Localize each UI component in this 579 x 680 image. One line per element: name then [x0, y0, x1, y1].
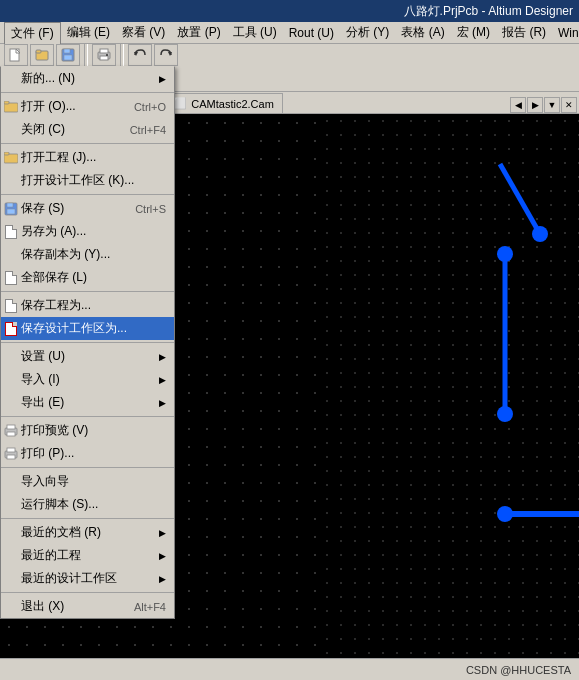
svg-point-22: [497, 506, 513, 522]
menu-open-label: 打开 (O)...: [21, 98, 76, 115]
undo-btn[interactable]: [128, 44, 152, 66]
menu-exit-shortcut: Alt+F4: [134, 601, 166, 613]
menu-open[interactable]: 打开 (O)... Ctrl+O: [1, 95, 174, 118]
menu-save[interactable]: 保存 (S) Ctrl+S: [1, 197, 174, 220]
menu-recent-docs-label: 最近的文档 (R): [21, 524, 101, 541]
sep2: [1, 143, 174, 144]
menu-import-arrow: ▶: [159, 375, 166, 385]
menu-exit-label: 退出 (X): [21, 598, 64, 615]
menu-import-wizard-label: 导入向导: [21, 473, 69, 490]
menu-item-report[interactable]: 报告 (R): [496, 22, 552, 43]
tab-cam[interactable]: ⬜ CAMtastic2.Cam: [164, 93, 283, 113]
menu-save-as-label: 另存为 (A)...: [21, 223, 86, 240]
tab-cam-icon: ⬜: [173, 97, 187, 110]
print-icon: [3, 446, 19, 462]
print-preview-icon: [3, 423, 19, 439]
tab-scroll-right[interactable]: ▶: [527, 97, 543, 113]
open-btn[interactable]: [30, 44, 54, 66]
sep4: [1, 291, 174, 292]
menu-run-script[interactable]: 运行脚本 (S)...: [1, 493, 174, 516]
menu-item-edit[interactable]: 编辑 (E): [61, 22, 116, 43]
menu-recent-workspaces[interactable]: 最近的设计工作区 ▶: [1, 567, 174, 590]
svg-rect-24: [4, 101, 9, 104]
menu-import-label: 导入 (I): [21, 371, 60, 388]
redo-btn[interactable]: [154, 44, 178, 66]
save-all-icon: [3, 270, 19, 286]
menu-save-all-label: 全部保存 (L): [21, 269, 87, 286]
new-btn[interactable]: [4, 44, 28, 66]
menu-item-tools[interactable]: 工具 (U): [227, 22, 283, 43]
menu-new[interactable]: 新的... (N) ▶: [1, 67, 174, 90]
menu-recent-projects[interactable]: 最近的工程 ▶: [1, 544, 174, 567]
menu-print-preview-label: 打印预览 (V): [21, 422, 88, 439]
menu-export-arrow: ▶: [159, 398, 166, 408]
menu-recent-workspaces-label: 最近的设计工作区: [21, 570, 117, 587]
menu-save-project-as[interactable]: 保存工程为...: [1, 294, 174, 317]
menu-settings[interactable]: 设置 (U) ▶: [1, 345, 174, 368]
menu-save-label: 保存 (S): [21, 200, 64, 217]
menu-import-wizard[interactable]: 导入向导: [1, 470, 174, 493]
menu-print-preview[interactable]: 打印预览 (V): [1, 419, 174, 442]
menu-item-analyze[interactable]: 分析 (Y): [340, 22, 395, 43]
menu-export-label: 导出 (E): [21, 394, 64, 411]
sep3: [1, 194, 174, 195]
menu-new-arrow: ▶: [159, 74, 166, 84]
menu-close-label: 关闭 (C): [21, 121, 65, 138]
menu-save-copy[interactable]: 保存副本为 (Y)...: [1, 243, 174, 266]
menu-save-as[interactable]: 另存为 (A)...: [1, 220, 174, 243]
menu-item-rout[interactable]: Rout (U): [283, 24, 340, 42]
menu-close[interactable]: 关闭 (C) Ctrl+F4: [1, 118, 174, 141]
svg-rect-26: [4, 152, 9, 155]
save-workspace-icon: [3, 321, 19, 337]
menu-open-workspace[interactable]: 打开设计工作区 (K)...: [1, 169, 174, 192]
tab-close[interactable]: ✕: [561, 97, 577, 113]
menu-recent-docs-arrow: ▶: [159, 528, 166, 538]
menu-open-shortcut: Ctrl+O: [134, 101, 166, 113]
menu-save-workspace-as-label: 保存设计工作区为...: [21, 320, 127, 337]
menu-print[interactable]: 打印 (P)...: [1, 442, 174, 465]
tab-scroll-left[interactable]: ◀: [510, 97, 526, 113]
menu-open-project[interactable]: 打开工程 (J)...: [1, 146, 174, 169]
menu-import[interactable]: 导入 (I) ▶: [1, 368, 174, 391]
title-text: 八路灯.PrjPcb - Altium Designer: [404, 3, 573, 20]
open-project-icon: [3, 150, 19, 166]
svg-rect-32: [7, 432, 15, 436]
svg-rect-28: [7, 203, 13, 207]
open-icon: [3, 99, 19, 115]
save-as-icon: [3, 224, 19, 240]
menu-recent-docs[interactable]: 最近的文档 (R) ▶: [1, 521, 174, 544]
sep9: [1, 592, 174, 593]
menu-close-shortcut: Ctrl+F4: [130, 124, 166, 136]
sep8: [1, 518, 174, 519]
menu-item-window[interactable]: Window: [552, 24, 579, 42]
tab-dropdown[interactable]: ▼: [544, 97, 560, 113]
svg-rect-31: [7, 425, 15, 429]
menu-item-view[interactable]: 察看 (V): [116, 22, 171, 43]
print-btn[interactable]: [92, 44, 116, 66]
menu-item-place[interactable]: 放置 (P): [171, 22, 226, 43]
menu-save-all[interactable]: 全部保存 (L): [1, 266, 174, 289]
svg-point-19: [497, 246, 513, 262]
menu-item-macro[interactable]: 宏 (M): [451, 22, 496, 43]
menu-item-table[interactable]: 表格 (A): [395, 22, 450, 43]
svg-rect-3: [36, 50, 41, 53]
save-btn[interactable]: [56, 44, 80, 66]
toolbar-sep1: [84, 44, 88, 66]
menu-save-workspace-as[interactable]: 保存设计工作区为...: [1, 317, 174, 340]
svg-rect-5: [64, 49, 70, 53]
svg-rect-35: [7, 455, 15, 459]
svg-point-17: [532, 226, 548, 242]
save-icon: [3, 201, 19, 217]
menu-export[interactable]: 导出 (E) ▶: [1, 391, 174, 414]
right-panel: [320, 114, 579, 658]
toolbar-sep2: [120, 44, 124, 66]
menu-print-label: 打印 (P)...: [21, 445, 74, 462]
dropdown-menu: 新的... (N) ▶ 打开 (O)... Ctrl+O 关闭 (C) Ctrl…: [0, 66, 175, 619]
svg-rect-8: [100, 49, 108, 53]
menu-save-project-as-label: 保存工程为...: [21, 297, 91, 314]
menu-settings-label: 设置 (U): [21, 348, 65, 365]
menu-item-file[interactable]: 文件 (F): [4, 22, 61, 44]
sep6: [1, 416, 174, 417]
menu-bar: 文件 (F) 编辑 (E) 察看 (V) 放置 (P) 工具 (U) Rout …: [0, 22, 579, 44]
menu-exit[interactable]: 退出 (X) Alt+F4: [1, 595, 174, 618]
